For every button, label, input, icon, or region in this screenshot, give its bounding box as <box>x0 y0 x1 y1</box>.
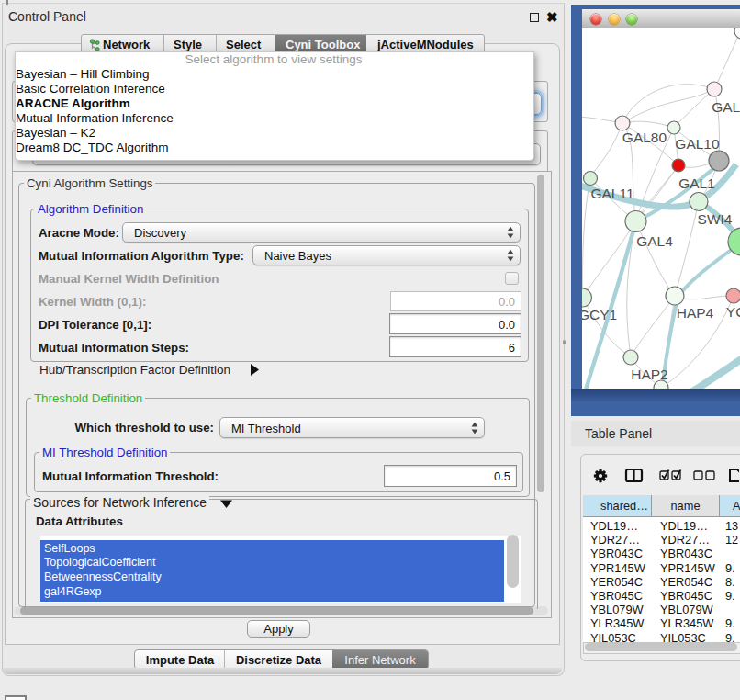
svg-text:GAL80: GAL80 <box>622 130 667 145</box>
svg-text:GAL10: GAL10 <box>675 136 720 152</box>
svg-text:SWI4: SWI4 <box>698 211 733 227</box>
svg-text:YG: YG <box>726 304 740 320</box>
svg-text:GAL1: GAL1 <box>678 175 715 191</box>
svg-text:HAP4: HAP4 <box>677 305 714 321</box>
svg-text:GAL11: GAL11 <box>590 186 633 201</box>
svg-text:GAL4: GAL4 <box>636 233 673 249</box>
svg-text:HAP2: HAP2 <box>631 367 668 382</box>
svg-text:GCY1: GCY1 <box>582 307 617 322</box>
svg-text:GAL7: GAL7 <box>712 99 740 115</box>
